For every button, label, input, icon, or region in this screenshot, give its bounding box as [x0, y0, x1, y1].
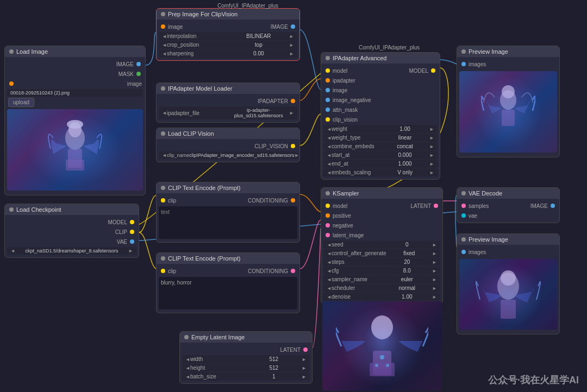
- ipadapter-adv-clip-dot: [326, 117, 330, 122]
- empty-latent-batch-value: 1: [246, 374, 302, 380]
- ipadapter-wtype-left[interactable]: ◄: [327, 135, 332, 141]
- empty-latent-out-dot: [303, 347, 308, 352]
- load-ckpt-model-label: MODEL: [108, 219, 127, 225]
- load-clip-out-row: CLIP_VISION: [157, 141, 299, 151]
- empty-latent-height-left[interactable]: ◄: [185, 365, 190, 371]
- prep-image-in-label: image: [168, 24, 183, 30]
- ipadapter-wtype-right[interactable]: ►: [429, 135, 434, 141]
- ipadapter-end-left[interactable]: ◄: [327, 161, 332, 167]
- ksampler-sampler-left[interactable]: ◄: [327, 277, 332, 282]
- ksampler-sampler-right[interactable]: ►: [432, 277, 437, 282]
- clip-neg-in-dot: [161, 269, 165, 273]
- clip-neg-text-area[interactable]: blurry, horror: [159, 277, 297, 309]
- prep-crop-label: crop_position: [167, 42, 228, 48]
- ksampler-seed-widget[interactable]: ◄ seed 0 ►: [323, 241, 440, 249]
- ksampler-denoise-right[interactable]: ►: [432, 294, 437, 300]
- ksampler-scheduler-left[interactable]: ◄: [327, 286, 332, 291]
- clip-neg-out-label: CONDITIONING: [248, 268, 288, 274]
- ksampler-model-in-label: model: [333, 203, 347, 209]
- prep-sharp-widget[interactable]: ◄ sharpening 0.00 ►: [159, 49, 297, 58]
- ipadapter-adv-ipadapter-row: ipadapter: [321, 75, 440, 85]
- ksampler-neg-label: negative: [333, 223, 353, 229]
- prep-crop-widget[interactable]: ◄ crop_position top ►: [159, 41, 297, 49]
- ipadapter-end-widget[interactable]: ◄ end_at 1.000 ►: [323, 160, 438, 168]
- ipadapter-start-widget[interactable]: ◄ start_at 0.000 ►: [323, 151, 438, 159]
- load-ckpt-clip-dot: [130, 230, 134, 234]
- load-clip-file-widget[interactable]: ◄ clip_name clipIPAdapter_image_encoder_…: [159, 151, 297, 159]
- load-ckpt-right[interactable]: ►: [128, 248, 133, 254]
- prep-sharp-right[interactable]: ►: [289, 51, 294, 56]
- node-preview-bottom: Preview Image images: [457, 233, 560, 334]
- ipadapter-wtype-widget[interactable]: ◄ weight_type linear ►: [323, 134, 438, 142]
- empty-latent-width-left[interactable]: ◄: [185, 357, 190, 362]
- ipadapter-combine-left[interactable]: ◄: [327, 144, 332, 149]
- load-ckpt-clip-label: CLIP: [115, 229, 127, 235]
- load-clip-left[interactable]: ◄: [162, 153, 167, 158]
- ksampler-cfg-widget[interactable]: ◄ cfg 8.0 ►: [323, 267, 440, 275]
- ipadapter-weight-widget[interactable]: ◄ weight 1.00 ►: [323, 125, 438, 133]
- ksampler-steps-right[interactable]: ►: [432, 260, 437, 265]
- empty-latent-batch-widget[interactable]: ◄ batch_size 1 ►: [182, 372, 310, 381]
- ksampler-control-left[interactable]: ◄: [327, 251, 332, 256]
- ipadapter-adv-ipadapter-label: ipadapter: [333, 78, 355, 84]
- empty-latent-batch-right[interactable]: ►: [302, 374, 307, 380]
- ipadapter-weight-right[interactable]: ►: [429, 127, 434, 132]
- ipadapter-combine-right[interactable]: ►: [429, 144, 434, 149]
- prep-interp-right[interactable]: ►: [289, 34, 294, 39]
- ksampler-sampler-widget[interactable]: ◄ sampler_name euler ►: [323, 275, 440, 283]
- ipadapter-embeds-left[interactable]: ◄: [327, 170, 332, 175]
- ksampler-steps-widget[interactable]: ◄ steps 20 ►: [323, 258, 440, 266]
- preview-bottom-dot: [461, 237, 466, 242]
- ipadapter-weight-left[interactable]: ◄: [327, 127, 332, 132]
- ipadapter-model-out-dot: [291, 99, 295, 103]
- empty-latent-batch-left[interactable]: ◄: [185, 374, 190, 380]
- load-ckpt-left[interactable]: ◄: [10, 248, 15, 254]
- clip-pos-text-area[interactable]: text: [159, 206, 297, 239]
- ksampler-seed-left[interactable]: ◄: [327, 242, 332, 248]
- empty-latent-width-widget[interactable]: ◄ width 512 ►: [182, 355, 310, 363]
- ksampler-denoise-widget[interactable]: ◄ denoise 1.00 ►: [323, 293, 440, 301]
- ksampler-seed-right[interactable]: ►: [432, 242, 437, 248]
- ksampler-seed-value: 0: [382, 242, 433, 248]
- ipadapter-model-right[interactable]: ►: [289, 110, 294, 116]
- ipadapter-start-right[interactable]: ►: [429, 153, 434, 158]
- ipadapter-adv-clip-label: clip_vision: [333, 117, 358, 123]
- ksampler-scheduler-widget[interactable]: ◄ scheduler normal ►: [323, 284, 440, 292]
- prep-interp-left[interactable]: ◄: [162, 34, 167, 39]
- ipadapter-combine-value: concat: [380, 143, 429, 149]
- ksampler-control-widget[interactable]: ◄ control_after_generate fixed ►: [323, 249, 440, 257]
- empty-latent-width-right[interactable]: ►: [302, 357, 307, 362]
- conn-label-ipadapter: ComfyUI_IPAdapter_plus: [359, 45, 420, 50]
- ipadapter-start-left[interactable]: ◄: [327, 153, 332, 158]
- load-ckpt-clip-row: CLIP: [5, 227, 139, 237]
- ksampler-dot: [326, 191, 330, 195]
- preview-top-title: Preview Image: [457, 46, 559, 57]
- ipadapter-model-file-widget[interactable]: ◄ ipadapter_file ip-adapter-plus_sd15.sa…: [159, 106, 297, 119]
- empty-latent-height-right[interactable]: ►: [302, 365, 307, 371]
- clip-pos-title: CLIP Text Encode (Prompt): [157, 182, 299, 193]
- ipadapter-model-left[interactable]: ◄: [162, 110, 167, 116]
- ipadapter-end-right[interactable]: ►: [429, 161, 434, 167]
- ksampler-scheduler-right[interactable]: ►: [432, 286, 437, 291]
- prep-sharp-left[interactable]: ◄: [162, 51, 167, 56]
- prep-crop-left[interactable]: ◄: [162, 42, 167, 48]
- ksampler-cfg-right[interactable]: ►: [432, 268, 437, 274]
- ksampler-steps-left[interactable]: ◄: [327, 260, 332, 265]
- ipadapter-adv-image-dot: [326, 88, 330, 92]
- load-image-upload-btn[interactable]: upload: [8, 98, 34, 107]
- ipadapter-embeds-right[interactable]: ►: [429, 170, 434, 175]
- ksampler-control-right[interactable]: ►: [432, 251, 437, 256]
- load-image-filename-widget[interactable]: 00018-2092510243 (2).png: [7, 89, 143, 97]
- load-ckpt-file-widget[interactable]: ◄ ckpt_naSD1.5/dreamshaper_8.safetensors…: [7, 247, 136, 255]
- ksampler-cfg-left[interactable]: ◄: [327, 268, 332, 274]
- ksampler-title: KSampler: [321, 188, 442, 199]
- ipadapter-combine-widget[interactable]: ◄ combine_embeds concat ►: [323, 142, 438, 150]
- load-clip-right[interactable]: ►: [294, 153, 299, 158]
- prep-crop-right[interactable]: ►: [289, 42, 294, 48]
- empty-latent-height-widget[interactable]: ◄ height 512 ►: [182, 364, 310, 372]
- prep-interp-widget[interactable]: ◄ interpolation BILINEAR ►: [159, 32, 297, 40]
- clip-neg-label: CLIP Text Encode (Prompt): [168, 255, 241, 262]
- ipadapter-embeds-widget[interactable]: ◄ embeds_scaling V only ►: [323, 168, 438, 176]
- ksampler-denoise-left[interactable]: ◄: [327, 294, 332, 300]
- ksampler-latent-dot: [326, 233, 330, 237]
